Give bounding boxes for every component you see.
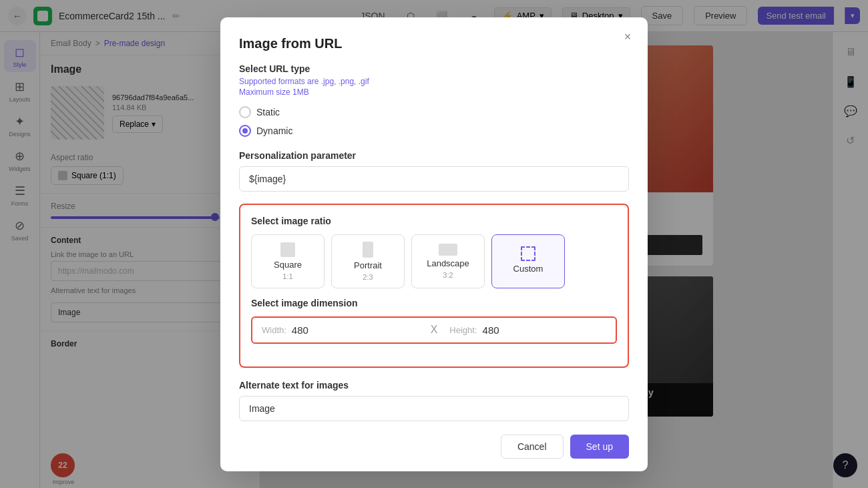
alt-text-modal-input[interactable] xyxy=(239,396,629,421)
url-max-size-hint: Maximum size 1MB xyxy=(239,87,629,97)
height-value: 480 xyxy=(483,324,499,336)
width-group: Width: 480 xyxy=(252,318,428,342)
custom-ratio-label: Custom xyxy=(513,264,544,274)
landscape-ratio-sub: 3:2 xyxy=(443,271,453,279)
alt-text-title: Alternate text for images xyxy=(239,380,629,391)
dynamic-radio-item[interactable]: Dynamic xyxy=(239,125,629,137)
portrait-ratio-label: Portrait xyxy=(354,260,382,270)
portrait-ratio-icon xyxy=(363,242,373,258)
ratio-option-square[interactable]: Square 1:1 xyxy=(251,234,324,288)
modal-actions: Cancel Set up xyxy=(239,435,629,459)
static-radio-item[interactable]: Static xyxy=(239,106,629,118)
cancel-button[interactable]: Cancel xyxy=(501,435,564,459)
dynamic-radio-dot xyxy=(242,128,248,134)
dim-separator: X xyxy=(428,324,441,336)
url-type-title: Select URL type xyxy=(239,63,629,74)
dimension-box: Width: 480 X Height: 480 xyxy=(251,316,617,344)
static-radio-label: Static xyxy=(256,107,280,117)
height-group: Height: 480 xyxy=(440,318,616,342)
custom-ratio-icon xyxy=(521,246,535,261)
ratio-options: Square 1:1 Portrait 2:3 Landscape 3:2 Cu… xyxy=(251,234,617,288)
height-label: Height: xyxy=(449,325,477,335)
dynamic-radio-label: Dynamic xyxy=(256,126,292,136)
square-ratio-icon xyxy=(280,242,295,257)
portrait-ratio-sub: 2:3 xyxy=(363,273,373,281)
dimension-title: Select image dimension xyxy=(251,298,617,308)
dynamic-radio-circle xyxy=(239,125,251,137)
ratio-option-portrait[interactable]: Portrait 2:3 xyxy=(331,234,405,288)
square-ratio-sub: 1:1 xyxy=(282,272,292,280)
image-ratio-box: Select image ratio Square 1:1 Portrait 2… xyxy=(239,204,629,368)
ratio-option-landscape[interactable]: Landscape 3:2 xyxy=(411,234,485,288)
ratio-option-custom[interactable]: Custom xyxy=(491,234,565,288)
landscape-ratio-icon xyxy=(439,244,457,256)
url-supported-hint: Supported formats are .jpg, .png, .gif xyxy=(239,77,629,86)
width-label: Width: xyxy=(262,325,286,335)
url-type-radio-group: Static Dynamic xyxy=(239,106,629,137)
static-radio-circle xyxy=(239,106,251,118)
modal-dialog: Image from URL × Select URL type Support… xyxy=(220,17,648,471)
modal-title: Image from URL xyxy=(239,36,629,51)
param-input[interactable] xyxy=(239,166,629,192)
modal-overlay: Image from URL × Select URL type Support… xyxy=(0,0,868,488)
setup-button[interactable]: Set up xyxy=(570,435,629,459)
ratio-title: Select image ratio xyxy=(251,216,617,226)
square-ratio-label: Square xyxy=(274,260,302,270)
landscape-ratio-label: Landscape xyxy=(427,258,469,268)
modal-close-button[interactable]: × xyxy=(618,28,637,47)
width-value: 480 xyxy=(292,324,308,336)
param-title: Personalization parameter xyxy=(239,150,629,161)
